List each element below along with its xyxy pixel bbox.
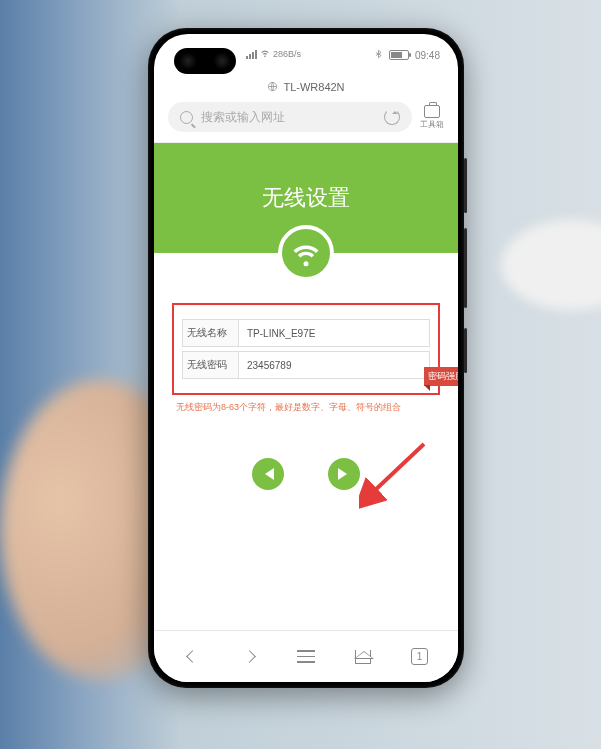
wifi-status-icon <box>260 48 270 60</box>
nav-forward-button[interactable] <box>229 637 269 677</box>
browser-bottom-nav: 1 <box>154 630 458 682</box>
net-speed: 286B/s <box>273 49 301 59</box>
toolbox-icon <box>424 105 440 118</box>
address-search-box[interactable]: 搜索或输入网址 <box>168 102 412 132</box>
phone-frame: 286B/s 09:48 TL-WR842N 搜索或输入网址 <box>148 28 464 688</box>
chevron-left-icon <box>186 650 199 663</box>
battery-icon <box>389 50 409 60</box>
ssid-input[interactable]: TP-LINK_E97E <box>238 319 430 347</box>
arrow-right-icon <box>338 468 353 480</box>
clock: 09:48 <box>415 50 440 61</box>
annotation-arrow <box>359 439 429 509</box>
camera-punch-hole <box>174 48 236 74</box>
page-header: 无线设置 <box>154 143 458 253</box>
nav-tabs-button[interactable]: 1 <box>400 637 440 677</box>
prev-button[interactable] <box>252 458 284 490</box>
arrow-left-icon <box>259 468 274 480</box>
ssid-label: 无线名称 <box>182 319 238 347</box>
next-button[interactable] <box>328 458 360 490</box>
password-hint: 无线密码为8-63个字符，最好是数字、字母、符号的组合 <box>172 401 440 414</box>
status-left: 286B/s <box>246 48 301 60</box>
password-input[interactable]: 23456789 <box>238 351 430 379</box>
home-icon <box>355 650 371 664</box>
search-icon <box>180 111 193 124</box>
password-strength-badge: 密码强度 <box>424 367 458 386</box>
tabs-icon: 1 <box>411 648 428 665</box>
password-field-row: 无线密码 23456789 <box>182 351 430 379</box>
refresh-icon[interactable] <box>384 109 400 125</box>
toolbox-label: 工具箱 <box>420 119 444 130</box>
page-title: TL-WR842N <box>283 81 344 93</box>
annotation-highlight-box: 无线名称 TP-LINK_E97E 无线密码 23456789 <box>172 303 440 395</box>
nav-menu-button[interactable] <box>286 637 326 677</box>
menu-icon <box>297 650 315 663</box>
search-placeholder: 搜索或输入网址 <box>201 109 285 126</box>
signal-icon <box>246 50 257 59</box>
nav-back-button[interactable] <box>172 637 212 677</box>
toolbox-button[interactable]: 工具箱 <box>420 105 444 130</box>
nav-home-button[interactable] <box>343 637 383 677</box>
page-header-title: 无线设置 <box>262 183 350 213</box>
chevron-right-icon <box>243 650 256 663</box>
page-url-row: TL-WR842N <box>154 76 458 98</box>
bluetooth-icon <box>374 48 383 62</box>
ssid-field-row: 无线名称 TP-LINK_E97E <box>182 319 430 347</box>
globe-icon <box>267 81 278 94</box>
password-label: 无线密码 <box>182 351 238 379</box>
